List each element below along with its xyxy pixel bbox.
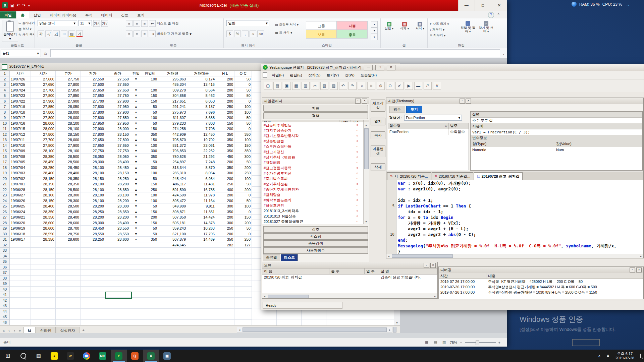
- list-scroll-up-icon[interactable]: ▴: [364, 122, 369, 128]
- grid-row-cell[interactable]: [158, 248, 187, 253]
- grid-row-cell[interactable]: 42: [0, 298, 10, 303]
- selected-cell-E41[interactable]: [105, 292, 132, 299]
- grid-row-cell[interactable]: 19/06/21: [10, 215, 31, 220]
- grid-row-cell[interactable]: 27,700: [80, 99, 105, 104]
- grid-row-cell[interactable]: 27,850: [56, 93, 80, 99]
- grid-row-cell[interactable]: 종가: [105, 71, 130, 76]
- zoom-level[interactable]: 75%: [450, 341, 457, 345]
- grid-row-cell[interactable]: 27,650: [80, 137, 105, 143]
- grid-row-cell[interactable]: [130, 287, 142, 292]
- grid-row-cell[interactable]: [142, 259, 158, 264]
- category-button-cell[interactable]: 강조: [312, 227, 319, 231]
- grid-row-cell[interactable]: 150: [142, 209, 158, 215]
- error-row-cell[interactable]: 20190728 최고_최저값: [262, 275, 329, 280]
- grid-row-cell[interactable]: 621,100: [158, 231, 187, 237]
- grid-row-cell[interactable]: [31, 248, 56, 253]
- comment-block-icon[interactable]: /*: [424, 82, 432, 90]
- grid-row-cell[interactable]: 0: [234, 192, 252, 198]
- grid-row-cell[interactable]: [158, 270, 187, 276]
- file-action-button-cell[interactable]: 삭제: [374, 165, 382, 169]
- grid-row-cell[interactable]: 349,989: [158, 203, 187, 209]
- zoom-slider[interactable]: [465, 342, 496, 343]
- grid-row-cell[interactable]: 28,350: [56, 181, 80, 187]
- grid-row-cell[interactable]: 450: [216, 154, 234, 160]
- grid-row-cell[interactable]: 6: [0, 99, 10, 104]
- grid-row-cell[interactable]: 28,150: [105, 170, 130, 176]
- grid-row-cell[interactable]: [234, 253, 252, 259]
- grid-row-cell[interactable]: 28,200: [105, 198, 130, 204]
- grid-row-cell[interactable]: [56, 287, 80, 292]
- grid-row-cell[interactable]: 200: [142, 215, 158, 220]
- grid-row-cell[interactable]: [216, 259, 234, 264]
- grid-row-cell[interactable]: 거래량: [158, 71, 187, 76]
- grid-row-cell[interactable]: 150: [216, 121, 234, 126]
- ribbon-tab-cell[interactable]: 삽입: [34, 13, 41, 17]
- grid-row-cell[interactable]: 22: [0, 187, 10, 193]
- align-left-icon[interactable]: ≡: [126, 31, 132, 37]
- grid-row-cell[interactable]: 28,150: [56, 132, 80, 137]
- grid-row-cell[interactable]: ▼: [130, 203, 142, 209]
- grid-row-cell[interactable]: 19/07/15: [10, 126, 31, 132]
- grid-row-cell[interactable]: 274,258: [158, 126, 187, 132]
- file-list-item[interactable]: #신고가갱신○: [262, 149, 364, 155]
- grid-row-cell[interactable]: [234, 248, 252, 253]
- ribbon-tab[interactable]: 페이지 레이아웃: [45, 11, 81, 19]
- grid-row-cell[interactable]: [187, 287, 216, 292]
- grid-row-cell[interactable]: 28,350: [105, 209, 130, 215]
- grid-row-cell[interactable]: 28,600: [31, 220, 56, 226]
- comma-format-button[interactable]: ,: [242, 31, 249, 37]
- grid-row-cell[interactable]: 150: [142, 126, 158, 132]
- grid-row-cell[interactable]: [31, 270, 56, 276]
- grid-row-cell[interactable]: [80, 314, 105, 320]
- grid-row-cell[interactable]: 28,600: [56, 209, 80, 215]
- grid-row-cell[interactable]: 27,800: [80, 132, 105, 137]
- grid-row-cell[interactable]: 21: [0, 181, 10, 187]
- grid-row-cell[interactable]: 11,978: [187, 192, 216, 198]
- grid-row-cell[interactable]: 28,700: [56, 226, 80, 231]
- ribbon-tab-cell[interactable]: 홈: [21, 13, 24, 17]
- function-category-cell[interactable]: 수학함수: [449, 129, 469, 135]
- grid-row-cell[interactable]: 11,164: [187, 198, 216, 204]
- grid-row-cell[interactable]: 50: [142, 159, 158, 165]
- grid-row-cell[interactable]: [130, 320, 142, 325]
- grid-row-cell[interactable]: 250: [142, 187, 158, 193]
- category-button[interactable]: 시스템: [263, 233, 368, 240]
- grid-row-cell[interactable]: [216, 287, 234, 292]
- grid-row-cell[interactable]: 359,243: [158, 226, 187, 231]
- grid-row-cell[interactable]: 28,200: [105, 215, 130, 220]
- italic-button[interactable]: 가: [45, 31, 52, 37]
- grid-row-cell[interactable]: 19/07/04: [10, 165, 31, 171]
- sheet-tab-cell[interactable]: kt: [28, 328, 31, 333]
- save-file-icon[interactable]: ▣: [283, 82, 291, 90]
- grid-row-cell[interactable]: 28,050: [56, 104, 80, 110]
- grid-row-cell[interactable]: 6,934: [187, 176, 216, 182]
- grid-row-cell[interactable]: 거래대금: [187, 71, 216, 76]
- function-category-column[interactable]: 범주: [449, 123, 469, 129]
- grid-row-cell[interactable]: 4: [0, 87, 10, 93]
- conditional-formatting-button[interactable]: ▤조건부 서식▾: [275, 20, 305, 28]
- grid-row-cell[interactable]: ▲: [130, 110, 142, 115]
- grid-row-cell[interactable]: 27,800: [31, 93, 56, 99]
- file-list-item-cell[interactable]: #단기조정후반등시작: [262, 133, 339, 138]
- grid-row-cell[interactable]: 0: [234, 231, 252, 237]
- grid-row-cell[interactable]: 350: [216, 137, 234, 143]
- grid-row-cell[interactable]: 200: [216, 126, 234, 132]
- file-list-item-cell[interactable]: [339, 165, 351, 171]
- grid-row-cell[interactable]: 100: [234, 203, 252, 209]
- ribbon-tab[interactable]: 데이터: [97, 11, 117, 19]
- help-icon[interactable]: ?: [488, 12, 494, 18]
- grid-row-cell[interactable]: [158, 253, 187, 259]
- file-list-item[interactable]: #하락후반등초기○: [262, 197, 364, 203]
- grid-row-cell[interactable]: 27,750: [56, 76, 80, 82]
- grid-row-cell[interactable]: 100: [234, 137, 252, 143]
- search-term-combo[interactable]: FracPortion▾: [404, 115, 462, 121]
- tray-expand-icon[interactable]: ∧: [595, 354, 604, 358]
- grid-row-cell[interactable]: 24: [0, 198, 10, 204]
- gallery-scroll-down-icon[interactable]: ▾: [371, 27, 378, 34]
- file-list-item-cell[interactable]: [339, 203, 351, 208]
- ribbon-tab[interactable]: 파일: [0, 11, 16, 19]
- editor-maximize-button[interactable]: □: [375, 65, 384, 70]
- first-sheet-icon[interactable]: «: [1, 328, 6, 333]
- grid-row-cell[interactable]: 28,350: [56, 176, 80, 182]
- grid-row-cell[interactable]: ▲: [130, 176, 142, 182]
